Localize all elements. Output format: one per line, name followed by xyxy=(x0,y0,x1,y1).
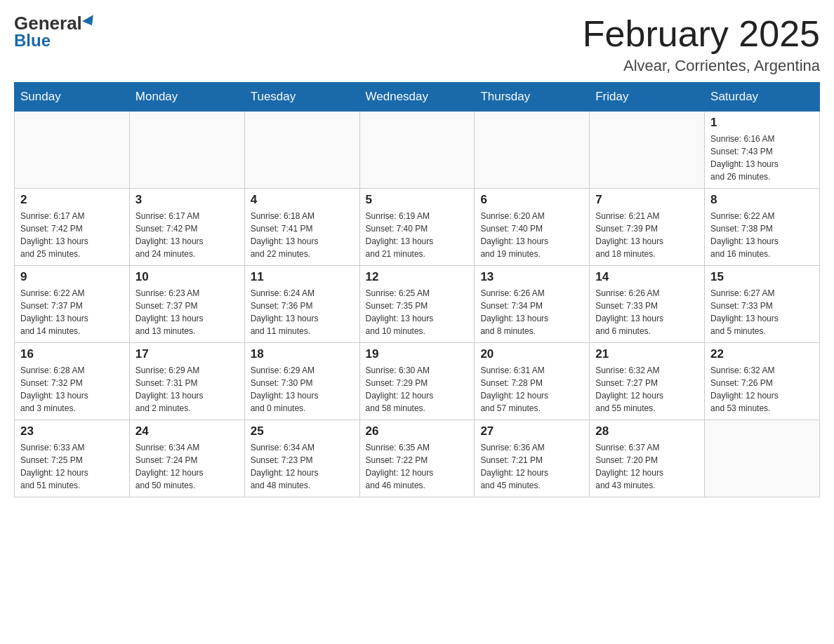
calendar-cell: 21Sunrise: 6:32 AM Sunset: 7:27 PM Dayli… xyxy=(590,343,705,420)
day-number: 18 xyxy=(251,347,354,361)
day-number: 5 xyxy=(366,193,469,207)
day-number: 24 xyxy=(135,424,239,438)
day-number: 27 xyxy=(480,424,583,438)
day-number: 8 xyxy=(710,193,814,207)
day-info: Sunrise: 6:35 AM Sunset: 7:22 PM Dayligh… xyxy=(366,441,469,492)
day-info: Sunrise: 6:26 AM Sunset: 7:34 PM Dayligh… xyxy=(480,287,583,337)
calendar-cell: 28Sunrise: 6:37 AM Sunset: 7:20 PM Dayli… xyxy=(590,420,705,497)
day-number: 26 xyxy=(366,424,469,438)
day-info: Sunrise: 6:19 AM Sunset: 7:40 PM Dayligh… xyxy=(366,210,469,260)
calendar-cell: 16Sunrise: 6:28 AM Sunset: 7:32 PM Dayli… xyxy=(15,343,130,420)
day-number: 11 xyxy=(251,270,354,284)
day-info: Sunrise: 6:32 AM Sunset: 7:27 PM Dayligh… xyxy=(595,364,699,415)
day-info: Sunrise: 6:18 AM Sunset: 7:41 PM Dayligh… xyxy=(251,210,354,260)
calendar-cell: 1Sunrise: 6:16 AM Sunset: 7:43 PM Daylig… xyxy=(705,112,820,189)
month-title: February 2025 xyxy=(583,14,820,54)
day-number: 25 xyxy=(251,424,354,438)
day-number: 2 xyxy=(20,193,124,207)
logo: General Blue xyxy=(14,14,96,49)
calendar-cell: 14Sunrise: 6:26 AM Sunset: 7:33 PM Dayli… xyxy=(590,266,705,343)
calendar-cell: 24Sunrise: 6:34 AM Sunset: 7:24 PM Dayli… xyxy=(129,420,244,497)
day-info: Sunrise: 6:17 AM Sunset: 7:42 PM Dayligh… xyxy=(135,210,239,260)
calendar-week-row: 1Sunrise: 6:16 AM Sunset: 7:43 PM Daylig… xyxy=(15,112,820,189)
calendar-cell: 22Sunrise: 6:32 AM Sunset: 7:26 PM Dayli… xyxy=(705,343,820,420)
calendar-cell: 13Sunrise: 6:26 AM Sunset: 7:34 PM Dayli… xyxy=(475,266,590,343)
day-number: 9 xyxy=(20,270,124,284)
calendar-cell: 25Sunrise: 6:34 AM Sunset: 7:23 PM Dayli… xyxy=(244,420,359,497)
calendar-cell: 12Sunrise: 6:25 AM Sunset: 7:35 PM Dayli… xyxy=(359,266,475,343)
calendar-week-row: 2Sunrise: 6:17 AM Sunset: 7:42 PM Daylig… xyxy=(15,189,820,266)
day-info: Sunrise: 6:17 AM Sunset: 7:42 PM Dayligh… xyxy=(20,210,124,260)
calendar-cell: 15Sunrise: 6:27 AM Sunset: 7:33 PM Dayli… xyxy=(705,266,820,343)
calendar-cell: 9Sunrise: 6:22 AM Sunset: 7:37 PM Daylig… xyxy=(15,266,130,343)
day-number: 4 xyxy=(251,193,354,207)
day-info: Sunrise: 6:34 AM Sunset: 7:24 PM Dayligh… xyxy=(135,441,239,492)
logo-general-text: General xyxy=(14,14,96,32)
calendar-cell: 19Sunrise: 6:30 AM Sunset: 7:29 PM Dayli… xyxy=(359,343,475,420)
day-info: Sunrise: 6:24 AM Sunset: 7:36 PM Dayligh… xyxy=(251,287,354,337)
day-number: 19 xyxy=(366,347,469,361)
location-title: Alvear, Corrientes, Argentina xyxy=(583,57,820,75)
calendar-cell xyxy=(359,112,475,189)
day-info: Sunrise: 6:16 AM Sunset: 7:43 PM Dayligh… xyxy=(710,133,814,183)
day-info: Sunrise: 6:34 AM Sunset: 7:23 PM Dayligh… xyxy=(251,441,354,492)
day-number: 10 xyxy=(135,270,239,284)
calendar-cell xyxy=(705,420,820,497)
calendar-cell: 6Sunrise: 6:20 AM Sunset: 7:40 PM Daylig… xyxy=(475,189,590,266)
logo-blue-text: Blue xyxy=(14,32,51,49)
day-number: 17 xyxy=(135,347,239,361)
calendar-cell xyxy=(15,112,130,189)
day-number: 20 xyxy=(480,347,583,361)
calendar-table: SundayMondayTuesdayWednesdayThursdayFrid… xyxy=(14,82,820,497)
day-number: 22 xyxy=(710,347,814,361)
calendar-cell: 2Sunrise: 6:17 AM Sunset: 7:42 PM Daylig… xyxy=(15,189,130,266)
day-info: Sunrise: 6:28 AM Sunset: 7:32 PM Dayligh… xyxy=(20,364,124,415)
day-info: Sunrise: 6:22 AM Sunset: 7:37 PM Dayligh… xyxy=(20,287,124,337)
day-info: Sunrise: 6:27 AM Sunset: 7:33 PM Dayligh… xyxy=(710,287,814,337)
day-number: 7 xyxy=(595,193,699,207)
day-info: Sunrise: 6:22 AM Sunset: 7:38 PM Dayligh… xyxy=(710,210,814,260)
title-block: February 2025 Alvear, Corrientes, Argent… xyxy=(583,14,820,75)
day-number: 12 xyxy=(366,270,469,284)
page-header: General Blue February 2025 Alvear, Corri… xyxy=(14,14,820,75)
logo-triangle-icon xyxy=(82,15,98,28)
calendar-cell: 18Sunrise: 6:29 AM Sunset: 7:30 PM Dayli… xyxy=(244,343,359,420)
calendar-header-row: SundayMondayTuesdayWednesdayThursdayFrid… xyxy=(15,83,820,112)
calendar-cell: 5Sunrise: 6:19 AM Sunset: 7:40 PM Daylig… xyxy=(359,189,475,266)
day-info: Sunrise: 6:21 AM Sunset: 7:39 PM Dayligh… xyxy=(595,210,699,260)
day-info: Sunrise: 6:29 AM Sunset: 7:31 PM Dayligh… xyxy=(135,364,239,415)
day-number: 14 xyxy=(595,270,699,284)
day-info: Sunrise: 6:26 AM Sunset: 7:33 PM Dayligh… xyxy=(595,287,699,337)
day-number: 3 xyxy=(135,193,239,207)
day-info: Sunrise: 6:36 AM Sunset: 7:21 PM Dayligh… xyxy=(480,441,583,492)
calendar-cell xyxy=(590,112,705,189)
calendar-cell: 11Sunrise: 6:24 AM Sunset: 7:36 PM Dayli… xyxy=(244,266,359,343)
day-info: Sunrise: 6:30 AM Sunset: 7:29 PM Dayligh… xyxy=(366,364,469,415)
day-number: 13 xyxy=(480,270,583,284)
day-info: Sunrise: 6:29 AM Sunset: 7:30 PM Dayligh… xyxy=(251,364,354,415)
calendar-cell: 3Sunrise: 6:17 AM Sunset: 7:42 PM Daylig… xyxy=(129,189,244,266)
calendar-cell: 17Sunrise: 6:29 AM Sunset: 7:31 PM Dayli… xyxy=(129,343,244,420)
calendar-day-header-thursday: Thursday xyxy=(475,83,590,112)
calendar-day-header-saturday: Saturday xyxy=(705,83,820,112)
day-number: 6 xyxy=(480,193,583,207)
day-info: Sunrise: 6:37 AM Sunset: 7:20 PM Dayligh… xyxy=(595,441,699,492)
calendar-cell: 4Sunrise: 6:18 AM Sunset: 7:41 PM Daylig… xyxy=(244,189,359,266)
day-info: Sunrise: 6:31 AM Sunset: 7:28 PM Dayligh… xyxy=(480,364,583,415)
calendar-cell: 27Sunrise: 6:36 AM Sunset: 7:21 PM Dayli… xyxy=(475,420,590,497)
calendar-cell: 26Sunrise: 6:35 AM Sunset: 7:22 PM Dayli… xyxy=(359,420,475,497)
day-info: Sunrise: 6:33 AM Sunset: 7:25 PM Dayligh… xyxy=(20,441,124,492)
calendar-cell: 20Sunrise: 6:31 AM Sunset: 7:28 PM Dayli… xyxy=(475,343,590,420)
day-info: Sunrise: 6:32 AM Sunset: 7:26 PM Dayligh… xyxy=(710,364,814,415)
calendar-cell: 23Sunrise: 6:33 AM Sunset: 7:25 PM Dayli… xyxy=(15,420,130,497)
calendar-week-row: 9Sunrise: 6:22 AM Sunset: 7:37 PM Daylig… xyxy=(15,266,820,343)
calendar-cell: 8Sunrise: 6:22 AM Sunset: 7:38 PM Daylig… xyxy=(705,189,820,266)
calendar-day-header-friday: Friday xyxy=(590,83,705,112)
calendar-day-header-wednesday: Wednesday xyxy=(359,83,475,112)
calendar-day-header-monday: Monday xyxy=(129,83,244,112)
day-number: 21 xyxy=(595,347,699,361)
calendar-cell xyxy=(475,112,590,189)
day-number: 16 xyxy=(20,347,124,361)
day-info: Sunrise: 6:23 AM Sunset: 7:37 PM Dayligh… xyxy=(135,287,239,337)
calendar-week-row: 16Sunrise: 6:28 AM Sunset: 7:32 PM Dayli… xyxy=(15,343,820,420)
